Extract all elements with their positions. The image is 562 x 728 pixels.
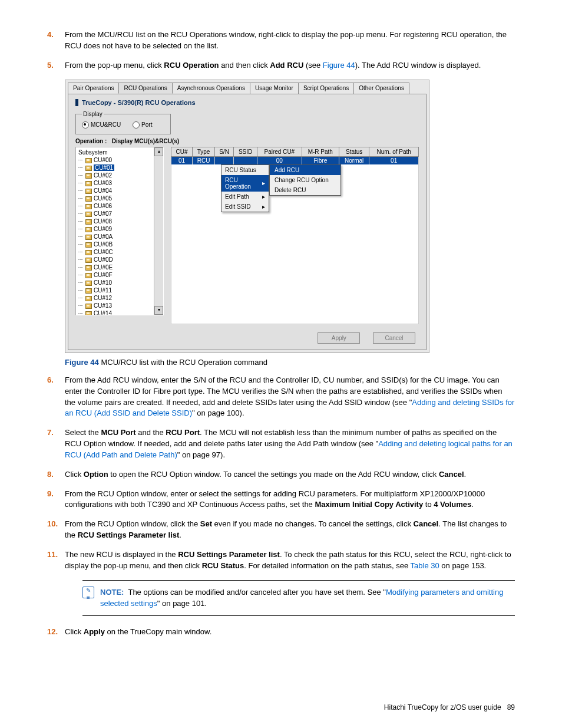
folder-icon	[85, 311, 92, 315]
tab-script-operations[interactable]: Script Operations	[298, 83, 354, 94]
tab-async-operations[interactable]: Asynchronous Operations	[172, 83, 250, 94]
text: 4 Volumes	[434, 500, 471, 509]
tree-item[interactable]: CU#14	[76, 309, 163, 315]
context-submenu[interactable]: Add RCU Change RCU Option Delete RCU	[269, 164, 341, 196]
text: Add RCU	[270, 61, 303, 70]
tree-item[interactable]: CU#0E	[76, 263, 163, 271]
folder-icon	[85, 304, 92, 309]
tab-usage-monitor[interactable]: Usage Monitor	[250, 83, 299, 94]
col-pairedcu[interactable]: Paired CU#	[257, 147, 302, 156]
tree-item[interactable]: CU#0C	[76, 248, 163, 256]
text: .	[464, 470, 467, 479]
tree-item[interactable]: CU#08	[76, 218, 163, 225]
col-ssid[interactable]: SSID	[233, 147, 257, 156]
radio-port[interactable]: Port	[133, 121, 152, 129]
tree-item[interactable]: CU#11	[76, 286, 163, 294]
col-status[interactable]: Status	[339, 147, 369, 156]
tab-other-operations[interactable]: Other Operations	[353, 83, 409, 94]
folder-icon	[85, 227, 92, 232]
text: to	[423, 500, 434, 509]
tree-item[interactable]: CU#02	[76, 172, 163, 179]
folder-icon	[85, 273, 92, 278]
tree-item[interactable]: CU#09	[76, 225, 163, 233]
text: Select the	[65, 428, 101, 437]
tree-item-label: CU#08	[94, 218, 112, 225]
rcu-table[interactable]: CU# Type S/N SSID Paired CU# M-R Path St…	[171, 147, 419, 164]
cancel-button[interactable]: Cancel	[373, 332, 415, 344]
tree-item-label: CU#0D	[94, 256, 113, 263]
text: MCU Port	[101, 428, 135, 437]
chevron-right-icon: ▸	[262, 180, 265, 186]
scroll-up-icon[interactable]: ▴	[154, 147, 163, 156]
tree-item-label: CU#10	[94, 279, 112, 286]
text: and then click	[219, 61, 270, 70]
text: ). The Add RCU window is displayed.	[355, 61, 481, 70]
tree-item[interactable]: CU#05	[76, 195, 163, 202]
submenu-add-rcu[interactable]: Add RCU	[270, 165, 340, 175]
text: to open the RCU Option window. To cancel…	[108, 470, 439, 479]
tree-item[interactable]: CU#12	[76, 294, 163, 302]
context-menu[interactable]: RCU Status RCU Operation▸ Edit Path▸ Edi…	[221, 164, 269, 212]
tree-item-label: CU#13	[94, 302, 112, 309]
submenu-delete-rcu[interactable]: Delete RCU	[270, 185, 340, 195]
step-11: The new RCU is displayed in the RCU Sett…	[47, 549, 515, 616]
subsystem-tree[interactable]: Subsystem CU#00CU#01CU#02CU#03CU#04CU#05…	[75, 147, 164, 315]
tree-item-label: CU#03	[94, 180, 112, 186]
tree-item-label: CU#07	[94, 210, 112, 217]
tab-rcu-operations[interactable]: RCU Operations	[118, 83, 172, 94]
operation-value: Display MCU(s)&RCU(s)	[112, 138, 179, 144]
folder-icon	[85, 181, 92, 186]
submenu-change-rcu-option[interactable]: Change RCU Option	[270, 175, 340, 185]
tree-item-label: CU#04	[94, 187, 112, 194]
col-type[interactable]: Type	[193, 147, 215, 156]
text: Cancel	[414, 519, 439, 528]
folder-icon	[85, 242, 92, 248]
tree-item[interactable]: CU#03	[76, 179, 163, 187]
col-mrpath[interactable]: M-R Path	[302, 147, 339, 156]
tree-item-label: CU#00	[94, 157, 112, 163]
text: From the RCU Option window, click the	[65, 519, 200, 528]
step-4-text: From the MCU/RCU list on the RCU Operati…	[65, 30, 507, 50]
tree-item[interactable]: CU#0A	[76, 233, 163, 241]
menu-edit-ssid[interactable]: Edit SSID▸	[222, 202, 269, 212]
step-4: From the MCU/RCU list on the RCU Operati…	[47, 29, 515, 52]
menu-rcu-status[interactable]: RCU Status	[222, 165, 269, 175]
tab-pair-operations[interactable]: Pair Operations	[68, 83, 119, 94]
figure-44-link[interactable]: Figure 44	[323, 61, 355, 70]
tree-item[interactable]: CU#0B	[76, 241, 163, 248]
tree-item[interactable]: CU#0F	[76, 271, 163, 279]
step-5: From the pop-up menu, click RCU Operatio…	[47, 60, 515, 71]
col-numpath[interactable]: Num. of Path	[369, 147, 419, 156]
radio-mcurcu[interactable]: MCU&RCU	[82, 121, 121, 129]
tab-bar: Pair Operations RCU Operations Asynchron…	[65, 80, 429, 94]
text: Option	[84, 470, 108, 479]
caption-fig: Figure 44	[65, 358, 99, 367]
cell: RCU	[193, 156, 215, 164]
ordered-steps-list: From the MCU/RCU list on the RCU Operati…	[47, 29, 515, 71]
text: Set	[200, 519, 212, 528]
table-row[interactable]: 01 RCU 00 Fibre Normal 01	[171, 156, 419, 164]
note-label: NOTE:	[100, 588, 124, 597]
tree-item[interactable]: CU#04	[76, 187, 163, 195]
scrollbar[interactable]: ▴ ▾	[154, 147, 163, 315]
folder-icon	[85, 288, 92, 294]
cell: 01	[171, 156, 193, 164]
menu-rcu-operation[interactable]: RCU Operation▸	[222, 175, 269, 192]
col-cu[interactable]: CU#	[171, 147, 193, 156]
text: and the	[136, 428, 166, 437]
tree-item-label: CU#06	[94, 203, 112, 209]
apply-button[interactable]: Apply	[318, 332, 360, 344]
scroll-down-icon[interactable]: ▾	[154, 306, 163, 315]
menu-edit-path[interactable]: Edit Path▸	[222, 192, 269, 202]
tree-item[interactable]: CU#06	[76, 202, 163, 210]
folder-icon	[85, 250, 92, 255]
tree-item[interactable]: CU#0D	[76, 256, 163, 263]
ordered-steps-list-2: From the Add RCU window, enter the S/N o…	[47, 375, 515, 638]
tree-item[interactable]: CU#10	[76, 279, 163, 286]
link-table-30[interactable]: Table 30	[411, 561, 439, 570]
tree-item[interactable]: CU#01	[76, 164, 163, 172]
col-sn[interactable]: S/N	[215, 147, 234, 156]
tree-item[interactable]: CU#07	[76, 210, 163, 218]
tree-item[interactable]: CU#13	[76, 302, 163, 309]
tree-item[interactable]: CU#00	[76, 156, 163, 164]
